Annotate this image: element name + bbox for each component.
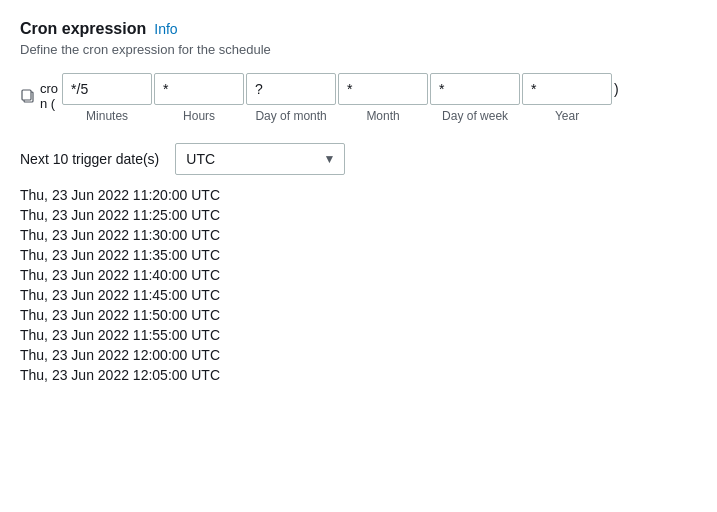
cron-field-year: Year — [522, 73, 612, 123]
cron-input-minutes[interactable] — [62, 73, 152, 105]
copy-icon — [20, 88, 36, 104]
page-title: Cron expression — [20, 20, 146, 38]
trigger-row: Next 10 trigger date(s) UTCUS/EasternUS/… — [20, 143, 697, 175]
trigger-label: Next 10 trigger date(s) — [20, 151, 159, 167]
cron-field-label-minutes: Minutes — [86, 109, 128, 123]
cron-field-minutes: Minutes — [62, 73, 152, 123]
timezone-select[interactable]: UTCUS/EasternUS/PacificEurope/LondonAsia… — [175, 143, 345, 175]
cron-field-day_of_month: Day of month — [246, 73, 336, 123]
trigger-date-item: Thu, 23 Jun 2022 11:25:00 UTC — [20, 207, 697, 223]
trigger-date-item: Thu, 23 Jun 2022 12:05:00 UTC — [20, 367, 697, 383]
cron-fields: MinutesHoursDay of monthMonthDay of week… — [62, 73, 612, 123]
trigger-dates: Thu, 23 Jun 2022 11:20:00 UTCThu, 23 Jun… — [20, 187, 697, 383]
trigger-date-item: Thu, 23 Jun 2022 11:40:00 UTC — [20, 267, 697, 283]
svg-rect-1 — [22, 90, 31, 100]
cron-field-hours: Hours — [154, 73, 244, 123]
trigger-date-item: Thu, 23 Jun 2022 11:45:00 UTC — [20, 287, 697, 303]
trigger-section: Next 10 trigger date(s) UTCUS/EasternUS/… — [20, 143, 697, 383]
cron-field-label-day_of_week: Day of week — [442, 109, 508, 123]
cron-close-paren: ) — [612, 73, 619, 97]
trigger-date-item: Thu, 23 Jun 2022 11:55:00 UTC — [20, 327, 697, 343]
cron-field-label-month: Month — [366, 109, 399, 123]
subtitle: Define the cron expression for the sched… — [20, 42, 697, 57]
trigger-date-item: Thu, 23 Jun 2022 12:00:00 UTC — [20, 347, 697, 363]
cron-expression-row: cron ( MinutesHoursDay of monthMonthDay … — [20, 73, 697, 123]
trigger-date-item: Thu, 23 Jun 2022 11:35:00 UTC — [20, 247, 697, 263]
cron-field-day_of_week: Day of week — [430, 73, 520, 123]
cron-field-label-day_of_month: Day of month — [255, 109, 326, 123]
cron-field-label-hours: Hours — [183, 109, 215, 123]
cron-input-day_of_month[interactable] — [246, 73, 336, 105]
cron-input-hours[interactable] — [154, 73, 244, 105]
cron-field-month: Month — [338, 73, 428, 123]
page-header: Cron expression Info — [20, 20, 697, 38]
cron-input-day_of_week[interactable] — [430, 73, 520, 105]
trigger-date-item: Thu, 23 Jun 2022 11:30:00 UTC — [20, 227, 697, 243]
info-link[interactable]: Info — [154, 21, 177, 37]
trigger-date-item: Thu, 23 Jun 2022 11:50:00 UTC — [20, 307, 697, 323]
cron-input-year[interactable] — [522, 73, 612, 105]
cron-prefix: cron ( — [40, 81, 58, 111]
cron-input-month[interactable] — [338, 73, 428, 105]
cron-label: cron ( — [20, 73, 58, 111]
trigger-date-item: Thu, 23 Jun 2022 11:20:00 UTC — [20, 187, 697, 203]
cron-field-label-year: Year — [555, 109, 579, 123]
timezone-select-wrapper[interactable]: UTCUS/EasternUS/PacificEurope/LondonAsia… — [175, 143, 345, 175]
